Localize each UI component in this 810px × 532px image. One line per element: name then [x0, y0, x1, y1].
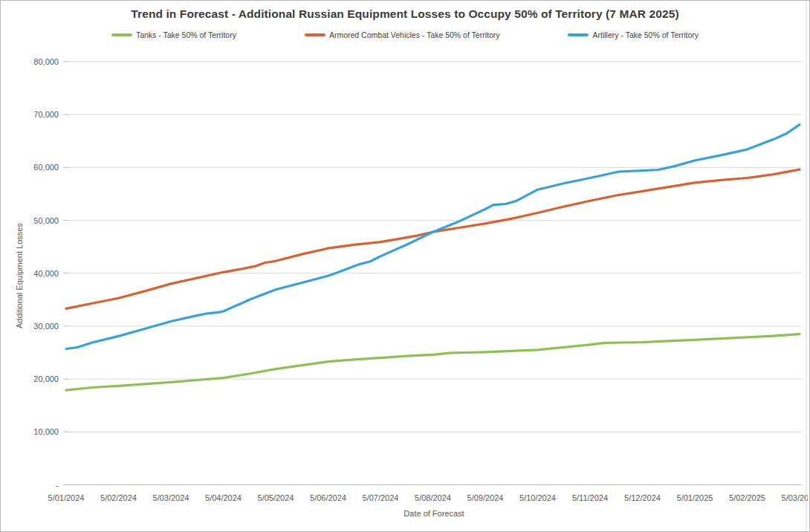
svg-text:5/09/2024: 5/09/2024 — [467, 493, 504, 502]
svg-text:5/01/2025: 5/01/2025 — [677, 493, 713, 502]
svg-text:5/10/2024: 5/10/2024 — [519, 493, 556, 502]
svg-text:5/11/2024: 5/11/2024 — [572, 493, 608, 502]
svg-text:5/01/2024: 5/01/2024 — [48, 493, 85, 502]
svg-text:5/12/2024: 5/12/2024 — [624, 493, 661, 502]
svg-text:80,000: 80,000 — [33, 57, 59, 66]
svg-text:5/06/2024: 5/06/2024 — [310, 493, 346, 502]
svg-text:50,000: 50,000 — [33, 216, 59, 225]
y-axis-title: Additional Equipment Losses — [15, 179, 24, 372]
svg-text:70,000: 70,000 — [33, 110, 59, 119]
svg-text:5/03/2024: 5/03/2024 — [153, 493, 189, 502]
svg-text:20,000: 20,000 — [33, 374, 59, 383]
chart-container: Trend in Forecast - Additional Russian E… — [0, 0, 810, 532]
svg-text:5/02/2025: 5/02/2025 — [729, 493, 765, 502]
svg-text:5/03/2025: 5/03/2025 — [782, 493, 808, 502]
svg-text:5/02/2024: 5/02/2024 — [100, 493, 137, 502]
x-axis-title: Date of Forecast — [404, 509, 464, 518]
svg-text:60,000: 60,000 — [33, 163, 59, 172]
svg-text:5/05/2024: 5/05/2024 — [258, 493, 294, 502]
svg-text:40,000: 40,000 — [33, 269, 59, 278]
svg-text:5/04/2024: 5/04/2024 — [205, 493, 242, 502]
svg-text:10,000: 10,000 — [33, 427, 59, 436]
plot-area: -10,00020,00030,00040,00050,00060,00070,… — [1, 1, 808, 532]
svg-text:5/07/2024: 5/07/2024 — [363, 493, 399, 502]
svg-text:5/08/2024: 5/08/2024 — [415, 493, 451, 502]
svg-text:-: - — [56, 481, 59, 490]
svg-text:30,000: 30,000 — [33, 322, 59, 331]
